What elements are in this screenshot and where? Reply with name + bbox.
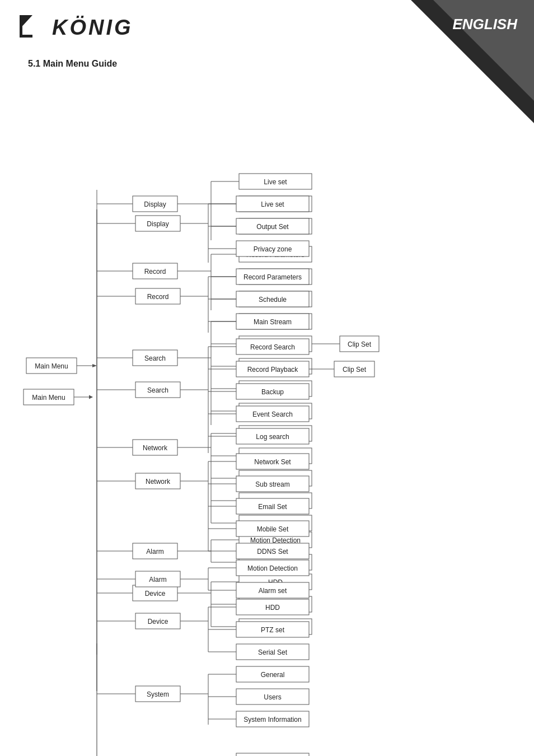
svg-text:Alarm set: Alarm set xyxy=(259,587,287,595)
svg-text:Users: Users xyxy=(264,693,281,701)
svg-text:Record Playback: Record Playback xyxy=(247,366,299,374)
svg-text:Record Parameters: Record Parameters xyxy=(243,273,302,281)
main-menu-label: Main Menu xyxy=(32,394,65,402)
logo-icon xyxy=(17,12,48,43)
svg-text:PTZ set: PTZ set xyxy=(261,626,285,634)
full-diagram: Main Menu Display Live set Output Set Pr… xyxy=(21,106,513,711)
svg-text:Email Set: Email Set xyxy=(258,503,287,511)
svg-text:Schedule: Schedule xyxy=(259,296,287,304)
svg-text:Mobile Set: Mobile Set xyxy=(257,525,289,533)
svg-text:Privacy zone: Privacy zone xyxy=(254,245,292,253)
page-header: KÖNIG ENGLISH xyxy=(0,0,534,49)
svg-text:DDNS Set: DDNS Set xyxy=(257,548,288,556)
svg-text:Backup: Backup xyxy=(261,388,284,396)
svg-text:Alarm: Alarm xyxy=(149,576,166,584)
english-label: ENGLISH xyxy=(452,16,517,33)
diagram-lower: System General Users System Information … xyxy=(21,643,513,756)
logo: KÖNIG xyxy=(17,12,133,43)
svg-text:Motion Detection: Motion Detection xyxy=(247,564,298,572)
svg-text:Network: Network xyxy=(146,478,171,486)
svg-text:System Information: System Information xyxy=(243,716,301,724)
logo-text: KÖNIG xyxy=(52,16,133,40)
section-title: 5.1 Main Menu Guide xyxy=(0,49,534,72)
svg-text:Event Search: Event Search xyxy=(252,410,293,418)
svg-text:Main Stream: Main Stream xyxy=(254,318,292,326)
svg-text:Record Search: Record Search xyxy=(250,343,295,351)
svg-text:Sub stream: Sub stream xyxy=(255,480,289,488)
svg-rect-3 xyxy=(20,35,32,38)
svg-text:Log search: Log search xyxy=(256,433,289,441)
svg-text:General: General xyxy=(261,671,285,679)
svg-rect-225 xyxy=(236,753,309,756)
svg-text:Device: Device xyxy=(148,618,168,626)
svg-text:Output Set: Output Set xyxy=(256,223,289,231)
svg-text:Record: Record xyxy=(147,293,169,301)
svg-text:HDD: HDD xyxy=(265,604,280,612)
svg-text:System: System xyxy=(147,690,169,698)
svg-text:Display: Display xyxy=(147,220,168,228)
svg-rect-2 xyxy=(20,15,22,38)
svg-text:Clip Set: Clip Set xyxy=(343,366,367,374)
svg-text:Search: Search xyxy=(147,386,168,394)
svg-text:Network Set: Network Set xyxy=(254,458,291,466)
svg-text:Live set: Live set xyxy=(261,200,284,208)
